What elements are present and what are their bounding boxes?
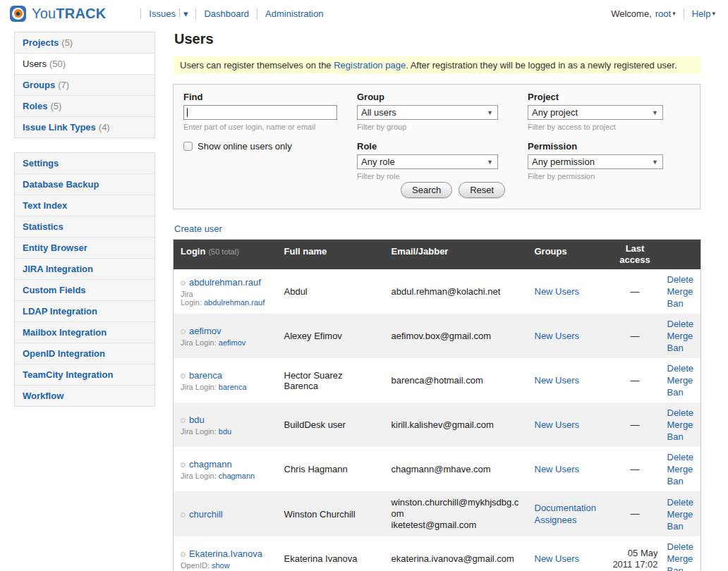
role-label: Role — [357, 141, 498, 152]
delete-link[interactable]: Delete — [667, 541, 698, 553]
user-login-link[interactable]: chagmann — [189, 459, 232, 469]
sidebar-item-groups[interactable]: Groups(7) — [15, 75, 154, 96]
nav-issues[interactable]: Issues — [149, 8, 176, 19]
sidebar-item-statistics[interactable]: Statistics — [15, 216, 154, 238]
sidebar-item-database-backup[interactable]: Database Backup — [15, 174, 154, 195]
sidebar-item-settings[interactable]: Settings — [15, 153, 154, 174]
ban-link[interactable]: Ban — [667, 520, 698, 532]
merge-link[interactable]: Merge — [667, 463, 698, 475]
ban-link[interactable]: Ban — [667, 297, 698, 309]
login-cell: churchill — [174, 491, 277, 536]
sub-link[interactable]: bdu — [219, 427, 231, 436]
permission-select[interactable]: Any permission▼ — [528, 154, 663, 169]
group-link[interactable]: New Users — [535, 464, 580, 474]
group-link[interactable]: Documentation Assignees — [535, 503, 596, 525]
sidebar-item-jira-integration[interactable]: JIRA Integration — [15, 259, 154, 280]
full-name-cell: Alexey Efimov — [277, 314, 384, 358]
user-chevron-down-icon[interactable]: ▾ — [672, 11, 676, 17]
project-select[interactable]: Any project▼ — [528, 105, 663, 120]
user-status-icon — [181, 552, 186, 557]
permission-select-value: Any permission — [532, 156, 595, 167]
delete-link[interactable]: Delete — [667, 362, 698, 374]
user-login-link[interactable]: churchill — [189, 509, 223, 520]
merge-link[interactable]: Merge — [667, 374, 698, 386]
merge-link[interactable]: Merge — [667, 330, 698, 342]
group-link[interactable]: New Users — [535, 286, 580, 297]
top-header: YouTRACK Issues ▾ Dashboard Administrati… — [0, 0, 728, 27]
ban-link[interactable]: Ban — [667, 431, 698, 443]
sub-link[interactable]: barenca — [219, 383, 247, 391]
merge-link[interactable]: Merge — [667, 508, 698, 520]
sidebar-item-workflow[interactable]: Workflow — [15, 386, 154, 406]
group-link[interactable]: New Users — [535, 553, 580, 564]
sidebar-item-openid-integration[interactable]: OpenID Integration — [15, 343, 154, 364]
delete-link[interactable]: Delete — [667, 318, 698, 330]
sub-link[interactable]: show — [212, 561, 230, 570]
delete-link[interactable]: Delete — [667, 274, 698, 286]
help-chevron-down-icon[interactable]: ▾ — [712, 11, 715, 17]
issues-chevron-down-icon[interactable]: ▾ — [183, 9, 188, 18]
sidebar-item-projects[interactable]: Projects(5) — [15, 32, 154, 54]
delete-link[interactable]: Delete — [667, 407, 698, 419]
reset-button[interactable]: Reset — [459, 182, 505, 198]
group-link[interactable]: New Users — [535, 375, 580, 386]
user-menu-link[interactable]: root — [655, 8, 671, 19]
sidebar-item-label: Issue Link Types — [23, 122, 96, 133]
login-cell: bduJira Login:bdu — [174, 403, 277, 447]
sidebar-item-mailbox-integration[interactable]: Mailbox Integration — [15, 322, 154, 343]
groups-cell: New Users — [528, 314, 609, 358]
sidebar-item-teamcity-integration[interactable]: TeamCity Integration — [15, 364, 154, 386]
merge-link[interactable]: Merge — [667, 419, 698, 431]
nav-divider — [684, 8, 684, 19]
column-header-email: Email/Jabber — [384, 240, 528, 270]
sidebar-item-text-index[interactable]: Text Index — [15, 195, 154, 216]
user-login-link[interactable]: Ekaterina.Ivanova — [189, 548, 262, 559]
login-cell: barencaJira Login:barenca — [174, 358, 277, 403]
youtrack-logo[interactable]: YouTRACK — [10, 6, 106, 22]
group-select[interactable]: All users▼ — [357, 105, 498, 120]
user-status-icon — [181, 329, 186, 334]
search-button[interactable]: Search — [401, 182, 452, 198]
ban-link[interactable]: Ban — [667, 475, 698, 487]
sidebar-item-entity-browser[interactable]: Entity Browser — [15, 238, 154, 259]
groups-cell: Documentation Assignees — [528, 491, 609, 536]
user-login-link[interactable]: abdulrehman.rauf — [189, 277, 261, 288]
role-select[interactable]: Any role▼ — [357, 154, 498, 169]
merge-link[interactable]: Merge — [667, 553, 698, 565]
sidebar-item-custom-fields[interactable]: Custom Fields — [15, 280, 154, 301]
create-user-link[interactable]: Create user — [174, 223, 222, 234]
sidebar-item-users[interactable]: Users(50) — [15, 54, 154, 75]
merge-link[interactable]: Merge — [667, 286, 698, 297]
sub-link[interactable]: abdulrehman.rauf — [204, 298, 265, 307]
sidebar-item-roles[interactable]: Roles(5) — [15, 96, 154, 117]
sidebar-item-ldap-integration[interactable]: LDAP Integration — [15, 301, 154, 322]
online-users-checkbox-row[interactable]: Show online users only — [183, 141, 346, 152]
delete-link[interactable]: Delete — [667, 451, 698, 463]
group-link[interactable]: New Users — [535, 331, 580, 341]
sidebar-item-issue-link-types[interactable]: Issue Link Types(4) — [15, 117, 154, 137]
actions-cell: DeleteMergeBan — [662, 536, 701, 571]
online-users-checkbox[interactable] — [183, 142, 193, 151]
nav-administration[interactable]: Administration — [265, 8, 323, 19]
nav-dashboard[interactable]: Dashboard — [204, 8, 249, 19]
sub-link[interactable]: chagmann — [219, 472, 255, 480]
last-access-cell: 05 May 2011 17:02 — [609, 536, 662, 571]
user-login-link[interactable]: barenca — [189, 370, 222, 381]
registration-page-link[interactable]: Registration page — [334, 60, 406, 70]
group-link[interactable]: New Users — [535, 419, 580, 430]
user-login-link[interactable]: bdu — [189, 415, 205, 425]
welcome-text: Welcome, — [611, 8, 652, 19]
last-access-cell: — — [609, 403, 662, 447]
user-login-link[interactable]: aefimov — [189, 326, 222, 336]
group-hint: Filter by group — [357, 123, 498, 131]
email-cell: aefimov.box@gmail.com — [384, 314, 528, 358]
full-name-cell: Abdul — [277, 269, 384, 314]
ban-link[interactable]: Ban — [667, 342, 698, 354]
sub-link[interactable]: aefimov — [219, 338, 246, 347]
ban-link[interactable]: Ban — [667, 565, 698, 571]
ban-link[interactable]: Ban — [667, 386, 698, 398]
delete-link[interactable]: Delete — [667, 496, 698, 508]
table-row: churchill Winston Churchill winston.chur… — [174, 491, 701, 536]
help-menu-link[interactable]: Help — [692, 8, 711, 19]
find-input[interactable] — [183, 105, 337, 120]
